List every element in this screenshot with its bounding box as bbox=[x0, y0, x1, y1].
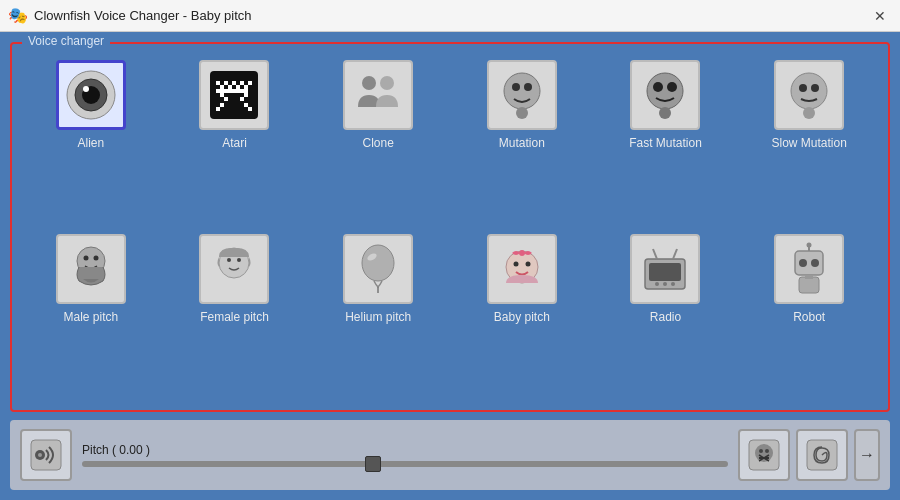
close-button[interactable]: ✕ bbox=[868, 4, 892, 28]
svg-point-70 bbox=[765, 449, 769, 453]
svg-rect-16 bbox=[244, 93, 248, 97]
svg-line-55 bbox=[653, 249, 657, 259]
pitch-slider[interactable] bbox=[82, 461, 728, 467]
voice-label-female-pitch: Female pitch bbox=[200, 310, 269, 324]
svg-point-39 bbox=[93, 256, 98, 261]
spiral-icon bbox=[805, 438, 839, 472]
bottom-bar: Pitch ( 0.00 ) bbox=[10, 420, 890, 490]
main-content: Voice changer Alien bbox=[0, 32, 900, 500]
voice-icon-clone bbox=[343, 60, 413, 130]
voice-item-atari[interactable]: Atari bbox=[168, 60, 302, 224]
voice-label-helium-pitch: Helium pitch bbox=[345, 310, 411, 324]
window-title: Clownfish Voice Changer - Baby pitch bbox=[34, 8, 252, 23]
svg-point-28 bbox=[516, 107, 528, 119]
svg-rect-14 bbox=[216, 89, 248, 93]
voice-item-mutation[interactable]: Mutation bbox=[455, 60, 589, 224]
male-pitch-icon bbox=[63, 241, 119, 297]
title-bar-left: 🎭 Clownfish Voice Changer - Baby pitch bbox=[8, 6, 252, 25]
svg-point-68 bbox=[755, 444, 773, 462]
mute-face-icon bbox=[747, 438, 781, 472]
pitch-slider-thumb bbox=[365, 456, 381, 472]
voice-grid: Alien bbox=[24, 54, 876, 398]
svg-point-54 bbox=[671, 282, 675, 286]
voice-item-fast-mutation[interactable]: Fast Mutation bbox=[599, 60, 733, 224]
voice-label-radio: Radio bbox=[650, 310, 681, 324]
svg-rect-4 bbox=[210, 71, 258, 119]
voice-label-clone: Clone bbox=[362, 136, 393, 150]
svg-rect-11 bbox=[228, 85, 232, 89]
voice-label-robot: Robot bbox=[793, 310, 825, 324]
svg-rect-20 bbox=[244, 103, 248, 107]
voice-item-baby-pitch[interactable]: Baby pitch bbox=[455, 234, 589, 398]
speaker-icon-button[interactable] bbox=[20, 429, 72, 481]
voice-icon-slow-mutation bbox=[774, 60, 844, 130]
app-icon: 🎭 bbox=[8, 6, 28, 25]
voice-item-male-pitch[interactable]: Male pitch bbox=[24, 234, 158, 398]
svg-point-34 bbox=[799, 84, 807, 92]
voice-changer-panel: Voice changer Alien bbox=[10, 42, 890, 412]
helium-pitch-icon bbox=[350, 241, 406, 297]
voice-icon-radio bbox=[630, 234, 700, 304]
baby-pitch-icon bbox=[494, 241, 550, 297]
radio-icon bbox=[637, 241, 693, 297]
voice-item-slow-mutation[interactable]: Slow Mutation bbox=[742, 60, 876, 224]
svg-point-69 bbox=[759, 449, 763, 453]
svg-rect-63 bbox=[805, 275, 813, 279]
mutation-icon bbox=[494, 67, 550, 123]
svg-rect-18 bbox=[240, 97, 244, 101]
svg-rect-7 bbox=[232, 81, 236, 85]
svg-point-31 bbox=[667, 82, 677, 92]
robot-icon bbox=[781, 241, 837, 297]
svg-point-32 bbox=[659, 107, 671, 119]
svg-point-43 bbox=[362, 245, 394, 281]
svg-point-66 bbox=[38, 453, 42, 457]
svg-rect-10 bbox=[220, 85, 224, 89]
voice-item-radio[interactable]: Radio bbox=[599, 234, 733, 398]
spiral-button[interactable] bbox=[796, 429, 848, 481]
svg-point-36 bbox=[803, 107, 815, 119]
svg-point-58 bbox=[799, 259, 807, 267]
voice-label-mutation: Mutation bbox=[499, 136, 545, 150]
voice-icon-male-pitch bbox=[56, 234, 126, 304]
svg-point-26 bbox=[512, 83, 520, 91]
svg-point-33 bbox=[791, 73, 827, 109]
svg-rect-6 bbox=[224, 81, 228, 85]
panel-label: Voice changer bbox=[22, 34, 110, 48]
svg-rect-22 bbox=[248, 107, 252, 111]
voice-label-baby-pitch: Baby pitch bbox=[494, 310, 550, 324]
title-bar: 🎭 Clownfish Voice Changer - Baby pitch ✕ bbox=[0, 0, 900, 32]
svg-rect-15 bbox=[220, 93, 224, 97]
voice-item-alien[interactable]: Alien bbox=[24, 60, 158, 224]
svg-point-25 bbox=[504, 73, 540, 109]
svg-point-24 bbox=[380, 76, 394, 90]
voice-icon-fast-mutation bbox=[630, 60, 700, 130]
svg-point-49 bbox=[519, 250, 525, 256]
svg-point-61 bbox=[807, 243, 812, 248]
voice-icon-atari bbox=[199, 60, 269, 130]
atari-icon bbox=[206, 67, 262, 123]
svg-rect-19 bbox=[220, 103, 224, 107]
female-pitch-icon bbox=[206, 241, 262, 297]
next-arrow-button[interactable]: → bbox=[854, 429, 880, 481]
voice-icon-female-pitch bbox=[199, 234, 269, 304]
svg-rect-51 bbox=[649, 263, 681, 281]
fast-mutation-icon bbox=[637, 67, 693, 123]
svg-point-52 bbox=[655, 282, 659, 286]
mute-face-button[interactable] bbox=[738, 429, 790, 481]
voice-item-robot[interactable]: Robot bbox=[742, 234, 876, 398]
svg-point-3 bbox=[83, 86, 89, 92]
voice-label-alien: Alien bbox=[77, 136, 104, 150]
svg-point-53 bbox=[663, 282, 667, 286]
voice-item-female-pitch[interactable]: Female pitch bbox=[168, 234, 302, 398]
speaker-icon bbox=[29, 438, 63, 472]
voice-item-clone[interactable]: Clone bbox=[311, 60, 445, 224]
voice-item-helium-pitch[interactable]: Helium pitch bbox=[311, 234, 445, 398]
svg-point-42 bbox=[237, 258, 241, 262]
svg-rect-9 bbox=[248, 81, 252, 85]
clone-icon bbox=[350, 67, 406, 123]
svg-point-47 bbox=[513, 262, 518, 267]
voice-icon-alien bbox=[56, 60, 126, 130]
svg-rect-62 bbox=[799, 277, 819, 293]
svg-rect-5 bbox=[216, 81, 220, 85]
voice-icon-helium-pitch bbox=[343, 234, 413, 304]
